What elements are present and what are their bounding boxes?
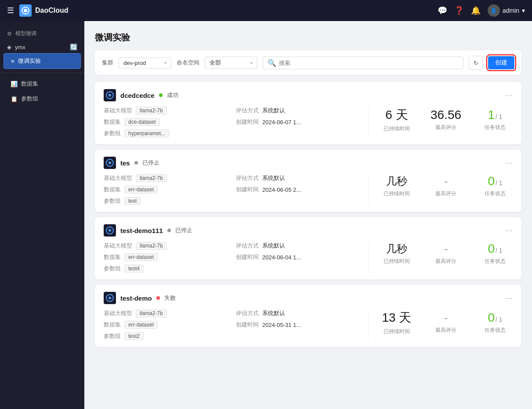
card-details: 基础大模型 llama2-7b 评估方式 系统默认 数据集 err-datase… [104, 174, 358, 205]
card-header-left: dcedcedce 成功 [104, 89, 178, 101]
dataset-label: 数据集 [104, 118, 121, 126]
base-model-label: 基础大模型 [104, 107, 132, 115]
eval-method-label: 评估方式 [236, 174, 259, 182]
card-divider [368, 242, 369, 273]
eval-method-label: 评估方式 [236, 107, 259, 115]
created-at-row: 创建时间 2024-06-04 1... [236, 253, 358, 261]
search-input[interactable] [279, 60, 459, 66]
card-header: dcedcedce 成功 ⋯ [104, 89, 513, 101]
created-at-row: 创建时间 2024-05-31 1... [236, 321, 358, 329]
chat-icon[interactable]: 💬 [438, 6, 447, 15]
eval-method-row: 评估方式 系统默认 [236, 174, 358, 182]
dataset-row: 数据集 err-dataset [104, 321, 225, 329]
params-row: 参数组 hyperparamet... [104, 129, 225, 137]
card-details: 基础大模型 llama2-7b 评估方式 系统默认 数据集 err-datase… [104, 309, 358, 340]
dataset-row: 数据集 err-dataset [104, 253, 225, 261]
content-area: 微调实验 集群 dev-prod ▾ 命名空间 全部 ▾ 🔍 ↻ 创建 [84, 21, 532, 409]
params-value: test2 [124, 332, 144, 340]
sidebar-item-params-label: 参数组 [21, 95, 38, 103]
dataset-label: 数据集 [104, 186, 121, 194]
card-stats: 6 天 已持续时间 36.56 最高评分 1 / 1 任务状态 [379, 107, 513, 133]
dataset-value: err-dataset [124, 253, 158, 261]
logo: DaoCloud [19, 4, 438, 17]
experiment-name: test-demo [120, 294, 152, 302]
experiment-logo [104, 224, 116, 237]
sidebar-item-params[interactable]: 📋 参数组 [0, 91, 84, 106]
card-stats: 几秒 已持续时间 - 最高评分 0 / 1 任务状态 [379, 242, 513, 265]
sidebar-item-dataset-label: 数据集 [21, 80, 38, 88]
base-model-row: 基础大模型 llama2-7b [104, 309, 225, 317]
task-label: 任务状态 [485, 190, 506, 197]
sidebar-item-finetune[interactable]: ≡ 微调实验 [4, 53, 81, 69]
cluster-select[interactable]: dev-prod ▾ [119, 57, 171, 68]
task-stat: 0 / 1 任务状态 [478, 242, 513, 265]
params-row: 参数组 test2 [104, 332, 225, 340]
cluster-label: 集群 [102, 59, 113, 67]
base-model-label: 基础大模型 [104, 242, 132, 250]
card-divider [368, 309, 369, 340]
more-button[interactable]: ⋯ [505, 158, 513, 168]
card-header-left: test-demo 失败 [104, 292, 176, 304]
created-at-label: 创建时间 [236, 321, 259, 329]
svg-point-10 [109, 229, 111, 232]
created-at-value: 2024-06-05 2... [262, 187, 301, 193]
chevron-down-icon: ▾ [522, 7, 525, 14]
duration-stat: 6 天 已持续时间 [379, 107, 414, 133]
namespace-value: 全部 [210, 59, 221, 67]
duration-value: 13 天 [382, 309, 412, 326]
menu-icon[interactable]: ☰ [7, 6, 14, 15]
sidebar-group-label: ymx [15, 44, 25, 50]
more-button[interactable]: ⋯ [505, 293, 513, 303]
eval-method-value: 系统默认 [262, 107, 285, 115]
params-value: test4 [124, 265, 144, 273]
created-at-row: 创建时间 2024-06-07 1... [236, 118, 358, 126]
dataset-value: err-dataset [124, 186, 158, 194]
eval-method-value: 系统默认 [262, 174, 285, 182]
task-status-value: 0 / 1 [488, 311, 502, 325]
duration-label: 已持续时间 [384, 328, 410, 335]
eval-method-row: 评估方式 系统默认 [236, 309, 358, 317]
user-menu[interactable]: 👤 admin ▾ [488, 4, 525, 17]
eval-method-value: 系统默认 [262, 242, 285, 250]
status-dot [156, 296, 160, 300]
bell-icon[interactable]: 🔔 [471, 6, 481, 15]
score-label: 最高评分 [435, 258, 456, 265]
sidebar-group-ymx[interactable]: ◈ ymx 🔄 [0, 41, 84, 53]
eval-method-row: 评估方式 系统默认 [236, 242, 358, 250]
dataset-value: err-dataset [124, 321, 158, 329]
svg-point-1 [24, 9, 27, 12]
card-body: 基础大模型 llama2-7b 评估方式 系统默认 数据集 err-datase… [104, 174, 513, 205]
params-label: 参数组 [104, 197, 121, 205]
card-header-left: test-demo111 已停止 [104, 224, 192, 237]
more-button[interactable]: ⋯ [505, 90, 513, 100]
navbar: ☰ DaoCloud 💬 ❓ 🔔 👤 admin ▾ [0, 0, 532, 21]
duration-label: 已持续时间 [384, 190, 410, 197]
more-button[interactable]: ⋯ [505, 226, 513, 235]
main-layout: ⚙ 模型微调 ◈ ymx 🔄 ≡ 微调实验 📊 数据集 📋 参数组 微调实验 [0, 21, 532, 409]
task-stat: 1 / 1 任务状态 [478, 108, 513, 131]
sidebar-divider [0, 72, 84, 73]
create-button[interactable]: 创建 [488, 56, 514, 69]
base-model-label: 基础大模型 [104, 309, 132, 317]
sidebar-item-dataset[interactable]: 📊 数据集 [0, 76, 84, 91]
created-at-value: 2024-06-04 1... [262, 254, 301, 261]
eval-method-value: 系统默认 [262, 309, 285, 317]
refresh-icon[interactable]: 🔄 [70, 43, 77, 50]
dataset-value: dce-dataset [124, 118, 160, 126]
help-icon[interactable]: ❓ [454, 6, 464, 15]
task-stat: 0 / 1 任务状态 [478, 311, 513, 334]
refresh-button[interactable]: ↻ [469, 56, 483, 70]
base-model-value: llama2-7b [136, 242, 167, 250]
card-body: 基础大模型 llama2-7b 评估方式 系统默认 数据集 err-datase… [104, 309, 513, 340]
card-details: 基础大模型 llama2-7b 评估方式 系统默认 数据集 err-datase… [104, 242, 358, 273]
namespace-select[interactable]: 全部 ▾ [205, 57, 257, 69]
dataset-icon: 📊 [11, 81, 18, 87]
created-at-label: 创建时间 [236, 118, 259, 126]
cluster-value: dev-prod [123, 60, 146, 66]
search-bar[interactable]: 🔍 [263, 57, 463, 69]
score-label: 最高评分 [435, 190, 456, 197]
search-icon: 🔍 [268, 59, 276, 67]
task-label: 任务状态 [485, 258, 506, 265]
namespace-chevron-icon: ▾ [250, 61, 253, 65]
sidebar-section-label: 模型微调 [15, 30, 36, 37]
